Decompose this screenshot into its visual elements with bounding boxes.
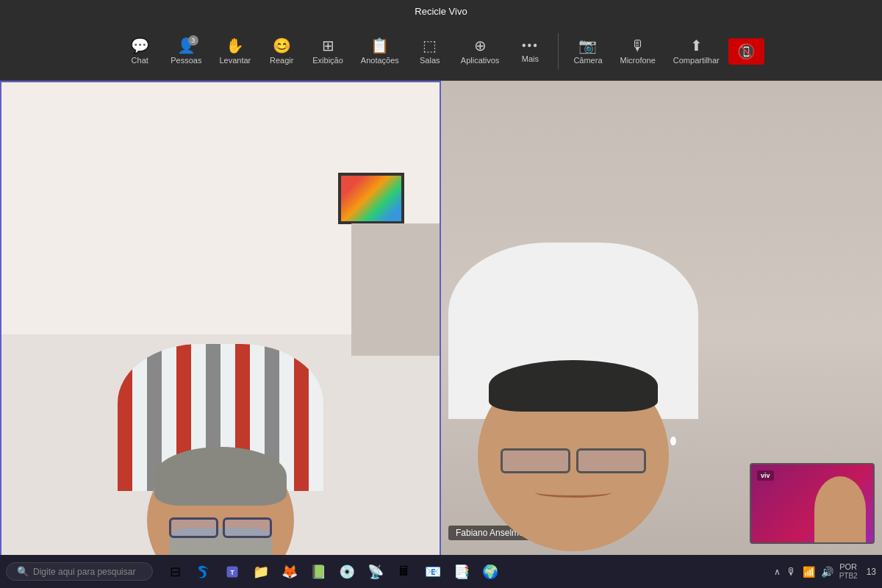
- compartilhar-icon: ⬆: [690, 38, 703, 53]
- taskbar-lang-text: POR: [839, 562, 857, 572]
- taskbar-network-status-icon: 📶: [803, 566, 815, 578]
- chat-icon: 💬: [131, 38, 149, 53]
- title-bar: Recicle Vivo: [0, 0, 882, 22]
- taskbar-chevron-icon[interactable]: ∧: [774, 567, 781, 577]
- salas-label: Salas: [420, 56, 440, 65]
- pip-person-shape: [814, 476, 866, 542]
- chat-label: Chat: [132, 56, 148, 65]
- taskbar-volume-icon: 🔊: [821, 566, 833, 578]
- toolbar-pessoas[interactable]: 👤 3 Pessoas: [162, 32, 210, 71]
- toolbar-levantar[interactable]: ✋ Levantar: [210, 32, 259, 71]
- left-person-glasses: [169, 517, 272, 538]
- aplicativos-icon: ⊕: [474, 38, 487, 53]
- taskbar-network-icon[interactable]: 📡: [362, 559, 389, 585]
- taskbar-keyboard-text: PTB2: [839, 572, 858, 581]
- desk-area: [351, 223, 440, 356]
- taskbar-ppt-icon[interactable]: 📑: [448, 559, 475, 585]
- left-glass-right: [223, 517, 272, 538]
- end-call-icon: 📵: [737, 44, 756, 59]
- toolbar-reagir[interactable]: 😊 Reagir: [259, 32, 304, 71]
- taskbar-system-tray: ∧ 🎙 📶 🔊 POR PTB2 13: [774, 562, 876, 581]
- toolbar-microfone[interactable]: 🎙 Microfone: [612, 32, 664, 71]
- mais-label: Mais: [522, 54, 539, 63]
- camera-label: Câmera: [573, 56, 602, 65]
- left-person-hair: [154, 447, 287, 506]
- main-video-area: (ativado) de inspirando caminhos educaçã…: [0, 81, 882, 588]
- right-glass-right: [576, 448, 646, 473]
- wall-painting: [338, 173, 404, 224]
- taskbar-edge-icon[interactable]: [190, 559, 217, 585]
- pessoas-icon-wrap: 👤 3: [177, 38, 196, 53]
- taskbar-calc-icon[interactable]: 🖩: [391, 559, 417, 585]
- taskbar-firefox-icon[interactable]: 🦊: [276, 559, 303, 585]
- right-glass-left: [501, 448, 570, 473]
- video-panel-left: (ativado): [0, 81, 441, 588]
- taskbar-task-view[interactable]: ⊟: [162, 559, 188, 585]
- taskbar-mic-icon: 🎙: [786, 566, 797, 578]
- title-text: Recicle Vivo: [415, 6, 467, 17]
- toolbar-salas[interactable]: ⬚ Salas: [408, 32, 452, 71]
- toolbar-exibicao[interactable]: ⊞ Exibição: [304, 32, 352, 71]
- salas-icon: ⬚: [423, 38, 437, 53]
- toolbar-separator: [558, 33, 559, 70]
- exibicao-label: Exibição: [312, 56, 343, 65]
- pip-brand-label: viv: [757, 470, 774, 481]
- exibicao-icon: ⊞: [322, 38, 334, 53]
- microfone-label: Microfone: [620, 56, 656, 65]
- anotacoes-label: Anotações: [361, 56, 399, 65]
- toolbar-compartilhar[interactable]: ⬆ Compartilhar: [664, 32, 728, 71]
- toolbar-camera[interactable]: 📷 Câmera: [564, 32, 611, 71]
- pessoas-label: Pessoas: [171, 56, 201, 65]
- levantar-label: Levantar: [219, 56, 251, 65]
- taskbar-explorer-icon[interactable]: 📁: [248, 559, 274, 585]
- search-icon: 🔍: [17, 566, 29, 577]
- taskbar-search-text: Digite aqui para pesquisar: [33, 567, 135, 577]
- compartilhar-label: Compartilhar: [673, 56, 720, 65]
- toolbar-aplicativos[interactable]: ⊕ Aplicativos: [452, 32, 509, 71]
- taskbar-search-box[interactable]: 🔍 Digite aqui para pesquisar: [6, 562, 153, 581]
- left-glass-left: [169, 517, 218, 538]
- right-person-glasses: [501, 448, 646, 473]
- taskbar-excel-icon[interactable]: 📗: [305, 559, 331, 585]
- mais-icon: •••: [522, 40, 539, 51]
- left-person-figure: [118, 344, 323, 588]
- taskbar-disk-icon[interactable]: 💿: [334, 559, 360, 585]
- taskbar-chrome-icon[interactable]: 🌍: [477, 559, 503, 585]
- taskbar-time: 13: [867, 567, 876, 577]
- toolbar: 💬 Chat 👤 3 Pessoas ✋ Levantar 😊 Reagir ⊞…: [0, 22, 882, 81]
- taskbar-teams-icon[interactable]: T: [219, 559, 245, 585]
- aplicativos-label: Aplicativos: [461, 56, 500, 65]
- taskbar-lang-indicator: POR PTB2: [839, 562, 858, 581]
- taskbar: 🔍 Digite aqui para pesquisar ⊟ T 📁 🦊 📗 💿…: [0, 555, 882, 588]
- microfone-icon: 🎙: [631, 38, 645, 53]
- levantar-icon: ✋: [226, 38, 244, 53]
- taskbar-outlook-icon[interactable]: 📧: [420, 559, 446, 585]
- toolbar-anotacoes[interactable]: 📋 Anotações: [352, 32, 408, 71]
- right-person-head: [478, 360, 669, 551]
- right-person-earphone: [670, 437, 676, 445]
- reagir-icon: 😊: [273, 38, 291, 53]
- pip-video-bg: viv 📶: [751, 465, 873, 542]
- pessoas-badge: 3: [188, 35, 198, 46]
- taskbar-icons-group: ⊟ T 📁 🦊 📗 💿 📡 🖩 📧 📑 🌍: [162, 559, 503, 585]
- left-video-bg: [1, 82, 440, 587]
- right-person-figure: [448, 243, 698, 551]
- pip-video-window[interactable]: viv 📶: [750, 463, 875, 544]
- right-person-hair: [489, 360, 658, 412]
- right-person-smile: [535, 487, 612, 498]
- toolbar-mais[interactable]: ••• Mais: [508, 34, 552, 69]
- reagir-label: Reagir: [270, 56, 293, 65]
- toolbar-end-call[interactable]: 📵: [728, 38, 764, 65]
- anotacoes-icon: 📋: [370, 38, 389, 53]
- video-panel-right: de inspirando caminhos educação. NDAÇÃO …: [441, 81, 882, 588]
- camera-icon: 📷: [578, 38, 597, 53]
- svg-text:T: T: [230, 569, 234, 576]
- toolbar-chat[interactable]: 💬 Chat: [118, 32, 162, 71]
